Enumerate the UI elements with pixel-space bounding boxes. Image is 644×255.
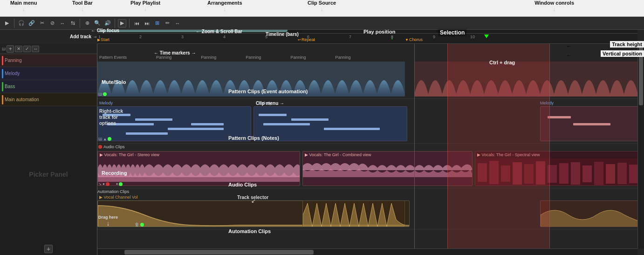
- melody-track-header[interactable]: Melody: [0, 67, 97, 80]
- audio-clip-1[interactable]: ▶ Vocals: The Girl - Stereo view: [97, 151, 300, 186]
- mute-btn[interactable]: Ш: [98, 92, 102, 96]
- drag-down-arrow: ↓: [107, 220, 110, 227]
- audio-clip-2[interactable]: ▶ Vocals: The Girl - Combined view: [302, 151, 473, 186]
- clip-focus-icon[interactable]: ⊞: [153, 19, 161, 28]
- bin-icon[interactable]: 🗑: [135, 222, 139, 227]
- step-fwd-icon[interactable]: ⏭: [143, 19, 151, 28]
- vscrollbar-thumb: [639, 44, 643, 105]
- rec-icon-2[interactable]: ♦: [116, 182, 118, 186]
- pattern-event-clip-1[interactable]: [97, 62, 405, 96]
- automation-clips-row: Automation Clips ▶ Vocal Channel Vol: [97, 188, 637, 229]
- note-1: [103, 114, 130, 116]
- melody-track-label: Melody: [5, 71, 20, 76]
- arrow-icon[interactable]: ↔: [173, 19, 182, 28]
- resize-icon[interactable]: ↔: [58, 19, 67, 28]
- notes-mute-solo: Ш ▲: [98, 137, 111, 141]
- add-track-row: Ш + ✕ ✓ ↔: [0, 44, 97, 54]
- pencil-icon[interactable]: ✏: [163, 19, 171, 28]
- sidebar: Panning Melody Bass Main automation Pick…: [0, 54, 97, 255]
- svg-rect-11: [594, 162, 603, 185]
- panning-color-bar: [2, 56, 3, 65]
- svg-rect-14: [629, 165, 637, 183]
- note-7: [259, 114, 287, 116]
- recording-row: ↘ ●: [98, 182, 110, 186]
- timeline-num-10: 10: [470, 34, 475, 39]
- panning-track-header[interactable]: Panning: [0, 54, 97, 67]
- audio-clip-2-label: ▶ Vocals: The Girl - Combined view: [305, 152, 371, 157]
- audio-clips-header-label: Audio Clips: [97, 145, 125, 149]
- melody-clip-1[interactable]: [97, 106, 251, 141]
- start-marker: ▶ Start: [97, 37, 110, 42]
- pattern-notes-row: Melody Melody Melody: [97, 99, 637, 144]
- svg-rect-1: [478, 163, 487, 182]
- annotation-bar: Main menu ↓ Tool Bar ↓ Play Playlist ↓ A…: [0, 0, 644, 17]
- main-automation-track-header[interactable]: Main automation: [0, 93, 97, 106]
- main-menu-icon[interactable]: ▶: [3, 19, 11, 28]
- timeline: 1 2 3 4 5 6 7 8 9 10 ▶ Start ↩ Repeat ▼ …: [97, 34, 637, 44]
- automation-clip-2[interactable]: [302, 200, 410, 227]
- recording-icon[interactable]: ↘: [98, 182, 102, 186]
- all-track-content: Pattern Events Panning Panning Panning P…: [97, 54, 637, 248]
- check-btn[interactable]: ✓: [23, 46, 31, 52]
- hscrollbar-thumb: [124, 250, 314, 255]
- record-btn[interactable]: ●: [103, 182, 105, 186]
- audio-clips-label: Audio Clips: [103, 145, 125, 149]
- audio-clip-3[interactable]: ▶ Vocals: The Girl - Spectral view: [475, 151, 637, 186]
- svg-rect-13: [617, 163, 627, 184]
- clip-source-annotation: Clip Source ↓: [308, 0, 336, 13]
- svg-rect-12: [606, 164, 615, 184]
- notes-mute-btn[interactable]: Ш: [98, 137, 102, 141]
- note-10: [324, 128, 380, 130]
- svg-rect-3: [501, 165, 510, 182]
- remove-track-btn[interactable]: ✕: [15, 46, 22, 52]
- picker-panel-label: Picker Panel: [29, 171, 68, 178]
- svg-rect-7: [548, 165, 557, 183]
- melody-color-bar: [2, 69, 3, 78]
- pattern-event-clip-2[interactable]: [414, 62, 637, 96]
- melody-clip-3[interactable]: [540, 106, 637, 141]
- track-selector-annotation: Track selector: [237, 195, 268, 200]
- timeline-num-9: 9: [433, 34, 435, 39]
- separator-3: [115, 19, 115, 28]
- add-button[interactable]: +: [44, 245, 53, 253]
- step-back-icon[interactable]: ⏮: [132, 19, 141, 28]
- spectral-viz: [475, 159, 637, 186]
- cut-icon[interactable]: ✂: [38, 19, 46, 28]
- volume-icon[interactable]: 🔊: [103, 19, 112, 28]
- picker-panel-area: Picker Panel: [0, 106, 97, 242]
- audio-record-dot: [98, 145, 102, 149]
- vocal-channel-vol-label: ▶ Vocal Channel Vol: [99, 195, 138, 200]
- swap-icon[interactable]: ⇆: [69, 19, 77, 28]
- magnet-icon[interactable]: 🔗: [27, 19, 36, 28]
- headphones-icon[interactable]: 🎧: [17, 19, 26, 28]
- audio-clip-1-label: ▶ Vocals: The Girl - Stereo view: [100, 152, 159, 157]
- bass-track-header[interactable]: Bass: [0, 80, 97, 93]
- zoom-icon[interactable]: 🔍: [93, 19, 102, 28]
- automation-clips-header-label: Automation Clips: [97, 189, 129, 194]
- stereo-waveform: [98, 159, 300, 186]
- timeline-num-3: 3: [181, 34, 184, 39]
- record-icon[interactable]: ⊕: [83, 19, 91, 28]
- automation-clip-3[interactable]: [540, 200, 637, 227]
- audio-clip-3-label: ▶ Vocals: The Girl - Spectral view: [477, 152, 540, 157]
- horizontal-scrollbar[interactable]: [97, 248, 637, 255]
- bass-color-bar: [2, 82, 3, 91]
- melody-clip-2[interactable]: [253, 106, 407, 141]
- record-light: [106, 182, 110, 186]
- vertical-scrollbar[interactable]: [637, 44, 644, 248]
- wave-svg-2: [414, 62, 637, 96]
- pattern-events-row: Pattern Events Panning Panning Panning P…: [97, 54, 637, 99]
- note-2: [135, 118, 172, 121]
- automation-svg-3: [541, 201, 637, 227]
- add-track-button[interactable]: +: [7, 45, 14, 53]
- separator-1: [14, 19, 14, 28]
- svg-rect-2: [489, 161, 499, 184]
- play-playlist-btn[interactable]: ▶: [118, 19, 126, 28]
- chorus-marker: ▼ Chorus: [405, 37, 423, 42]
- mute-icon[interactable]: ⊘: [48, 19, 56, 28]
- transpose-btn[interactable]: ↔: [32, 46, 39, 52]
- toolbar: ▶ 🎧 🔗 ✂ ⊘ ↔ ⇆ ⊕ 🔍 🔊 ▶ ⏮ ⏭ ⊞ ✏ ↔: [0, 17, 644, 30]
- record-light-2: [119, 182, 123, 186]
- repeat-marker: ↩ Repeat: [298, 37, 315, 42]
- toolbar-annotation: Tool Bar ↓: [72, 0, 93, 13]
